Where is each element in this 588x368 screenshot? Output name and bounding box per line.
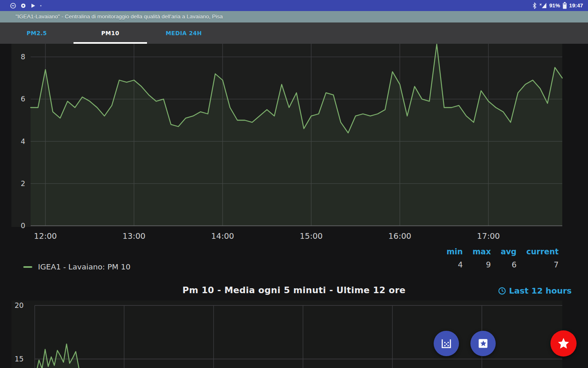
dashboard-title-bar: "IGEA1-Lavaiano" - Centralina di monitor… — [0, 11, 588, 22]
svg-text:4: 4 — [21, 137, 25, 146]
tab-media-24h-label: MEDIA 24H — [166, 30, 202, 36]
tab-bar: PM2.5 PM10 MEDIA 24H — [0, 22, 588, 44]
svg-text:12:00: 12:00 — [34, 231, 57, 241]
svg-text:15: 15 — [15, 355, 24, 363]
pm10-chart-panel[interactable]: 12:0013:0014:0015:0016:0017:0002468 — [0, 44, 588, 245]
favorite-button[interactable] — [550, 330, 577, 357]
dashboard-title: "IGEA1-Lavaiano" - Centralina di monitor… — [16, 13, 223, 20]
stat-value-avg: 6 — [501, 260, 517, 269]
time-range-picker[interactable]: Last 12 hours — [498, 286, 572, 296]
secondary-chart-panel[interactable]: 2015 — [0, 301, 588, 368]
battery-icon — [563, 2, 567, 9]
clock-icon — [498, 287, 506, 295]
svg-text:2: 2 — [21, 180, 25, 188]
circle-notification-icon — [10, 2, 16, 9]
stat-header-min: min — [446, 247, 463, 256]
starred-panel-icon — [477, 337, 490, 350]
svg-text:20: 20 — [15, 301, 24, 310]
network-signal-icon — [539, 2, 547, 9]
series-label[interactable]: IGEA1 - Lavaiano: PM 10 — [38, 263, 130, 271]
pm10-5min-chart[interactable]: 12:0013:0014:0015:0016:0017:0002468 — [0, 44, 588, 245]
status-clock: 19:47 — [569, 2, 583, 9]
chart-panels-icon — [440, 337, 452, 350]
svg-text:14:00: 14:00 — [211, 231, 234, 241]
tab-pm10-label: PM10 — [101, 30, 119, 36]
secondary-chart[interactable]: 2015 — [0, 301, 588, 368]
android-status-bar: 91% 19:47 — [0, 0, 588, 11]
dashboard-panels-button[interactable] — [434, 331, 459, 356]
gear-notification-icon — [20, 2, 27, 9]
status-bar-notifications — [10, 2, 42, 9]
svg-text:17:00: 17:00 — [477, 231, 500, 241]
star-icon — [557, 337, 570, 350]
stat-value-current: 7 — [526, 260, 559, 269]
tab-media-24h[interactable]: MEDIA 24H — [147, 22, 220, 44]
save-snapshot-button[interactable] — [470, 331, 496, 356]
app-screen: 91% 19:47 "IGEA1-Lavaiano" - Centralina … — [0, 0, 588, 368]
stat-header-max: max — [472, 247, 491, 256]
stat-header-current: current — [526, 247, 559, 256]
time-range-label: Last 12 hours — [509, 286, 572, 296]
stat-value-min: 4 — [446, 260, 463, 269]
series-color-swatch — [23, 266, 32, 268]
stat-header-avg: avg — [501, 247, 517, 256]
series-stats: min max avg current 4 9 6 7 — [446, 247, 559, 269]
chart-legend[interactable]: IGEA1 - Lavaiano: PM 10 — [23, 263, 130, 271]
svg-text:13:00: 13:00 — [122, 231, 145, 241]
status-bar-system: 91% 19:47 — [532, 2, 583, 9]
battery-percent: 91% — [549, 2, 560, 9]
dot-notification-icon — [40, 4, 42, 7]
svg-text:8: 8 — [21, 53, 25, 61]
play-notification-icon — [30, 3, 36, 9]
svg-text:15:00: 15:00 — [300, 231, 323, 241]
bluetooth-icon — [532, 2, 537, 9]
tab-pm2-5[interactable]: PM2.5 — [0, 22, 74, 44]
stat-value-max: 9 — [472, 260, 491, 269]
svg-text:16:00: 16:00 — [388, 231, 411, 241]
svg-text:6: 6 — [21, 95, 25, 103]
tab-pm2-5-label: PM2.5 — [27, 30, 47, 36]
tab-pm10[interactable]: PM10 — [74, 22, 147, 44]
svg-text:0: 0 — [21, 222, 25, 230]
